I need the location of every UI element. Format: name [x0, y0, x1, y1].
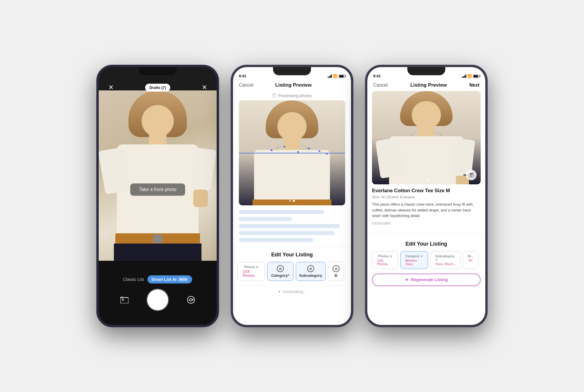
subcategory-label-tab: Subcategory [299, 273, 322, 278]
svg-point-1 [122, 299, 124, 301]
signal-icon [328, 74, 332, 78]
smart-list-label: Smart List AI [152, 277, 177, 282]
page-title-3: Listing Preview [410, 82, 447, 88]
brand-label-tab: B [335, 273, 337, 278]
image-dots-2 [289, 200, 295, 202]
status-icons-2: 📶 [328, 74, 345, 78]
gallery-button[interactable] [119, 295, 130, 305]
sparkle-icon: ✦ [278, 289, 281, 294]
generating-text: Generating... [283, 289, 307, 294]
shutter-button[interactable] [147, 289, 168, 310]
processing-text: Processing photos [278, 93, 312, 98]
skeleton-line-3 [239, 224, 340, 228]
category-label-tab: Category* [271, 273, 289, 278]
screen-2: 9:41 📶 Cancel Listing Pr [233, 67, 351, 325]
beta-badge: BETA [178, 277, 188, 281]
screen-3: 9:41 📶 Cancel Listing Pr [367, 67, 485, 325]
time-2: 9:41 [239, 74, 246, 78]
svg-marker-4 [193, 299, 194, 300]
product-image-bg-3 [372, 91, 481, 184]
signal-icon-3 [462, 74, 466, 78]
skeleton-line-2 [239, 217, 292, 221]
product-image-bg-2 [239, 100, 345, 205]
battery-icon [339, 75, 345, 78]
regenerate-icon: ✦ [405, 277, 409, 283]
smart-list-ai-mode[interactable]: Smart List AI BETA [147, 275, 192, 284]
edit-listing-section-3: Edit Your Listing Photos ∨ 1/16 Photos C… [367, 236, 485, 271]
skeleton-loading [233, 205, 351, 247]
tab-photos-2[interactable]: Photos ∨ 1/16 Photos [238, 262, 265, 281]
next-button-3[interactable]: Next [469, 83, 479, 88]
regenerate-label: Regenerate Listing [411, 277, 448, 282]
product-image-2 [239, 100, 345, 205]
screen-1: Take a front photo ✕ Drafts (7) ✕ Classi… [99, 67, 217, 325]
loading-spinner [272, 94, 276, 98]
edit-listing-title-3: Edit Your Listing [367, 241, 485, 247]
tab-subcategory-3[interactable]: Subcategory ∨ Tees- Short... [430, 251, 460, 269]
time-3: 9:41 [373, 74, 381, 78]
mode-selector: Classic List Smart List AI BETA [123, 275, 192, 284]
wifi-icon: 📶 [333, 74, 338, 78]
product-image-3 [372, 91, 481, 184]
edit-listing-section-2: Edit Your Listing Photos ∨ 1/16 Photos ⊕… [233, 247, 351, 283]
camera-bottom-bar: Classic List Smart List AI BETA [99, 261, 217, 325]
dot-3-1 [423, 179, 425, 181]
front-photo-prompt: Take a front photo [130, 183, 185, 196]
tab-brand-2[interactable]: ⊕ B [328, 262, 344, 281]
tab-category-2[interactable]: ⊕ Category* [267, 262, 293, 281]
notch-1 [139, 67, 177, 75]
product-title: Everlane Cotton Crew Tee Size M [372, 188, 481, 194]
skeleton-line-5 [239, 238, 313, 242]
flip-camera-button[interactable] [186, 295, 196, 305]
subcategory-icon: ⊕ [307, 265, 314, 272]
brand-icon: ⊕ [333, 265, 340, 272]
classic-list-mode[interactable]: Classic List [123, 277, 144, 282]
svg-rect-7 [470, 173, 472, 174]
svg-rect-5 [469, 174, 474, 177]
page-title-2: Listing Preview [275, 82, 312, 88]
listing-tabs-3: Photos ∨ 1/16 Photos Category ∨ Women To… [367, 251, 485, 269]
tab-category-3[interactable]: Category ∨ Women Tops [400, 251, 428, 269]
phone2-content: 9:41 📶 Cancel Listing Pr [233, 67, 351, 325]
category-icon: ⊕ [277, 265, 284, 272]
camera-photo-preview: Take a front photo [99, 90, 217, 289]
svg-point-6 [470, 175, 472, 176]
generating-bar: ✦ Generating... [233, 286, 351, 298]
notch-2 [273, 67, 311, 75]
product-meta: Size: M | Brand: Everlane [372, 195, 481, 199]
tab-photos-3[interactable]: Photos ∨ 1/16 Photos [372, 251, 398, 269]
camera-controls [99, 289, 217, 310]
cancel-button-3[interactable]: Cancel [373, 83, 388, 88]
wifi-icon-3: 📶 [467, 74, 472, 78]
tab-brand-3[interactable]: Br... Ev [463, 251, 478, 269]
category-section-label: CATEGORY [372, 222, 481, 225]
dot-1 [289, 200, 291, 202]
product-info: Everlane Cotton Crew Tee Size M Size: M … [367, 184, 485, 231]
scan-dots [239, 142, 345, 160]
skeleton-line-4 [239, 231, 335, 235]
notch-3 [407, 67, 445, 75]
camera-viewfinder: Take a front photo [99, 90, 217, 289]
tab-subcategory-2[interactable]: ⊕ Subcategory [296, 262, 326, 281]
listing-tabs-2: Photos ∨ 1/16 Photos ⊕ Category* ⊕ Subca… [233, 262, 351, 281]
edit-photo-button[interactable] [466, 170, 477, 180]
processing-banner: Processing photos [233, 91, 351, 100]
phone3-content: 9:41 📶 Cancel Listing Pr [367, 67, 485, 325]
close-button[interactable]: ✕ [106, 82, 116, 93]
skeleton-line-1 [239, 210, 324, 214]
phone-2: 9:41 📶 Cancel Listing Pr [231, 65, 353, 327]
dot-3-2 [427, 179, 429, 181]
status-icons-3: 📶 [462, 74, 479, 78]
drafts-button[interactable]: Drafts (7) [145, 84, 170, 92]
filter-button[interactable]: ✕ [199, 82, 210, 93]
divider [367, 233, 485, 234]
cancel-button-2[interactable]: Cancel [239, 83, 253, 88]
regenerate-button[interactable]: ✦ Regenerate Listing [372, 274, 481, 286]
phone-1: Take a front photo ✕ Drafts (7) ✕ Classi… [96, 65, 219, 327]
phone-3: 9:41 📶 Cancel Listing Pr [365, 65, 488, 327]
svg-rect-2 [120, 296, 123, 299]
edit-listing-title-2: Edit Your Listing [233, 252, 351, 258]
dot-2 [293, 200, 295, 202]
image-dots-3 [423, 179, 429, 181]
product-description: This piece offers a classic crew neck, o… [372, 202, 481, 219]
